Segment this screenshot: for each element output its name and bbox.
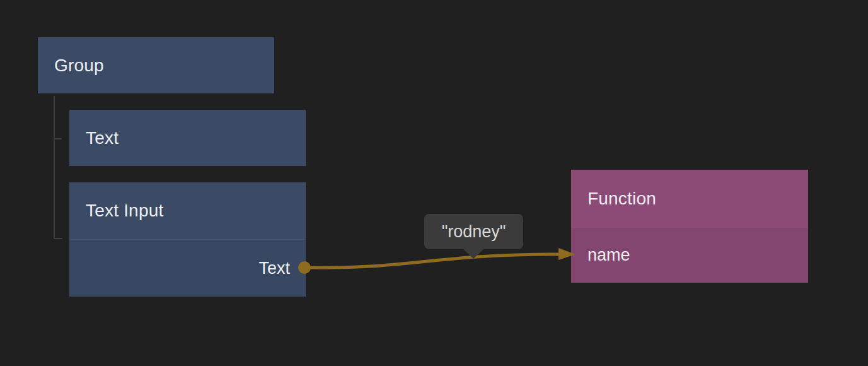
node-text[interactable]: Text [69,110,306,166]
node-function[interactable]: Function name [571,170,808,283]
node-group-header[interactable]: Group [38,37,274,93]
node-text-input-header[interactable]: Text Input [69,182,306,239]
node-function-title: Function [587,189,656,209]
node-function-header[interactable]: Function [571,170,808,227]
node-group[interactable]: Group [38,37,274,93]
input-port-label-name: name [587,245,630,265]
connection-wire[interactable] [311,254,566,268]
output-port-label-text: Text [258,259,290,278]
node-text-input-body: Text [69,239,306,297]
wire-value-text: "rodney" [442,222,506,242]
tooltip-pointer-icon [463,249,483,259]
node-editor-canvas[interactable]: Group Text Text Input Text Function name [0,0,868,366]
node-text-title: Text [86,128,119,148]
wire-value-tooltip: "rodney" [424,214,523,249]
node-text-header[interactable]: Text [69,110,306,166]
node-function-body: name [571,227,808,283]
node-text-input[interactable]: Text Input Text [69,182,306,297]
node-group-title: Group [54,56,104,76]
node-text-input-title: Text Input [86,201,163,221]
